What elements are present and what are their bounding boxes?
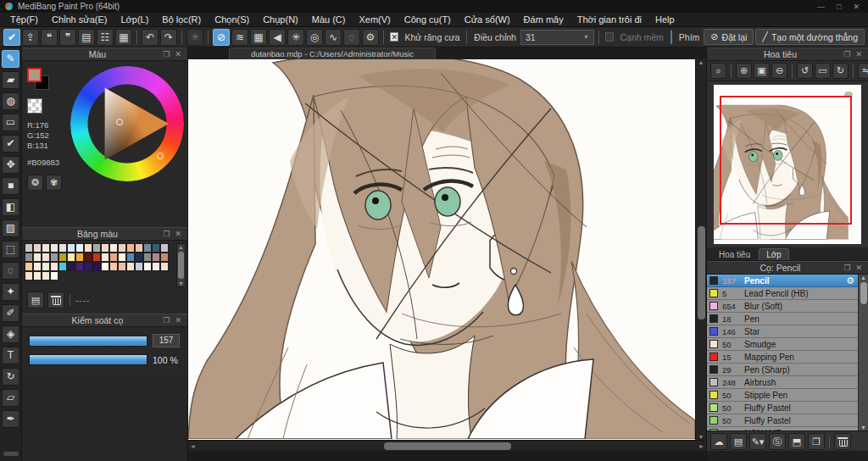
select-pen-tool[interactable]: ✐ — [2, 304, 19, 322]
canvas[interactable] — [188, 59, 695, 440]
brush-list-item[interactable]: 18Pen⚙ — [707, 313, 858, 325]
scroll-up-icon[interactable]: ▲ — [698, 59, 704, 65]
document-icon[interactable]: ▤ — [78, 29, 95, 46]
palette-swatch[interactable] — [42, 271, 50, 280]
palette-swatch[interactable] — [50, 243, 58, 253]
menu-item-3[interactable]: Bộ lọc(R) — [155, 13, 208, 26]
brush-list-item[interactable]: 29Pen (Sharp)⚙ — [707, 364, 858, 376]
palette-swatch[interactable] — [84, 243, 92, 253]
transparent-color-swatch[interactable] — [27, 98, 42, 114]
rotate-view-tool[interactable]: ↻ — [2, 368, 19, 386]
menu-item-12[interactable]: Help — [648, 13, 682, 26]
palette-swatch[interactable] — [109, 262, 118, 271]
correction-dropdown[interactable]: 31 ▼ — [520, 30, 594, 45]
close-icon[interactable]: ✕ — [172, 50, 184, 58]
undo-icon[interactable]: ↶ — [142, 29, 159, 46]
palette-swatch[interactable] — [33, 262, 42, 271]
palette-swatch[interactable] — [58, 253, 67, 262]
popout-icon[interactable]: ❐ — [841, 264, 853, 272]
lasso-select-tool[interactable]: ◌ — [2, 262, 19, 280]
palette-swatch[interactable] — [101, 262, 109, 271]
scrollbar-thumb[interactable] — [178, 252, 184, 279]
soft-edge-checkbox[interactable] — [605, 32, 614, 42]
palette-swatch[interactable] — [25, 271, 33, 280]
snap-vanishing-icon[interactable]: ◀ — [269, 29, 286, 46]
popout-icon[interactable]: ❐ — [841, 50, 853, 58]
scroll-down-icon[interactable]: ▼ — [860, 425, 866, 430]
palette-swatch[interactable] — [25, 243, 33, 253]
canvas-horizontal-scrollbar[interactable]: ◄ ► — [188, 440, 706, 451]
folder-icon[interactable]: ⬒ — [788, 433, 805, 450]
brush-list-item[interactable]: 654Blur (Soft)⚙ — [707, 300, 858, 313]
grid-edit-icon[interactable]: ▦ — [115, 29, 132, 46]
palette-swatch[interactable] — [118, 243, 126, 253]
palette-swatch[interactable] — [143, 243, 152, 253]
palette-swatch[interactable] — [143, 253, 152, 262]
tool-column-scrollbar[interactable] — [3, 452, 19, 456]
palette-swatch[interactable] — [25, 262, 33, 271]
palette-swatch[interactable] — [109, 253, 118, 262]
foreground-color-swatch[interactable] — [27, 68, 42, 82]
select-rect-tool[interactable]: ⬚ — [2, 241, 19, 258]
palette-swatch[interactable] — [75, 243, 84, 253]
palette-swatch[interactable] — [58, 262, 67, 271]
snap-parallel-icon[interactable]: ≋ — [231, 29, 248, 46]
palette-swatch[interactable] — [75, 262, 84, 271]
palette-swatch[interactable] — [135, 243, 143, 253]
snap-concentric-icon[interactable]: ◎ — [306, 29, 323, 46]
palette-swatch[interactable] — [50, 271, 58, 280]
palette-swatch[interactable] — [126, 253, 135, 262]
popout-icon[interactable]: ❐ — [160, 316, 172, 325]
brush-list-item[interactable]: 5Lead Pencil (HB)⚙ — [707, 287, 858, 300]
rotate-cw-icon[interactable]: ↻ — [832, 63, 849, 79]
trash-icon[interactable] — [834, 433, 851, 450]
brush-list-item[interactable]: 248Airbrush⚙ — [707, 376, 858, 389]
scroll-down-icon[interactable]: ▼ — [177, 280, 185, 286]
palette-swatch[interactable] — [67, 253, 75, 262]
palette-swatch[interactable] — [33, 253, 42, 262]
palette-swatch[interactable] — [33, 271, 42, 280]
brush-list-item[interactable]: 15Mapping Pen⚙ — [707, 351, 858, 364]
brush-opacity-slider[interactable] — [29, 354, 147, 365]
palette-swatch[interactable] — [160, 262, 169, 271]
brush-list-item[interactable]: 50Fluffy Pastel⚙ — [707, 414, 858, 427]
script-brush-icon[interactable]: Ⓢ — [769, 433, 786, 450]
menu-item-4[interactable]: Chọn(S) — [208, 13, 256, 26]
palette-swatch[interactable] — [50, 262, 58, 271]
palette-swatch[interactable] — [160, 243, 169, 253]
antialias-checkbox[interactable]: ✕ — [390, 32, 398, 42]
cloud-brush-icon[interactable]: ☁ — [710, 433, 727, 450]
menu-item-0[interactable]: Tệp(F) — [3, 13, 45, 26]
snap-settings-gear-icon[interactable]: ⚙ — [362, 29, 379, 46]
menu-item-6[interactable]: Màu (C) — [305, 13, 353, 26]
brush-list-item[interactable]: 50Stipple Pen⚙ — [707, 389, 858, 402]
snap-grid-icon[interactable]: ▦ — [250, 29, 267, 46]
zoom-out-icon[interactable]: ⊖ — [771, 63, 787, 79]
scroll-right-icon[interactable]: ► — [698, 443, 704, 449]
menu-item-1[interactable]: Chỉnh sửa(E) — [45, 13, 114, 26]
snap-curve-icon[interactable]: ∿ — [325, 29, 342, 46]
comment-panel-icon[interactable]: ❞ — [59, 29, 76, 46]
publish-icon[interactable]: ⇪ — [22, 29, 39, 46]
popout-icon[interactable]: ❐ — [160, 50, 172, 58]
menu-item-9[interactable]: Cửa sổ(W) — [458, 13, 517, 26]
palette-swatch[interactable] — [84, 262, 92, 271]
palette-swatch[interactable] — [152, 243, 160, 253]
palette-swatch[interactable] — [118, 262, 126, 271]
palette-mix-icon[interactable]: ✾ — [46, 175, 62, 191]
rotate-ccw-icon[interactable]: ↺ — [797, 63, 813, 79]
palette-swatch[interactable] — [152, 253, 160, 262]
cloud-save-icon[interactable]: ✔ — [3, 29, 20, 46]
comment-icon[interactable]: ❝ — [41, 29, 58, 46]
palette-swatch[interactable] — [92, 243, 101, 253]
fill-rect-tool[interactable]: ■ — [2, 177, 19, 195]
palette-swatch[interactable] — [33, 243, 42, 253]
brush-list-item[interactable]: 157Pencil⚙ — [707, 275, 858, 287]
menu-item-2[interactable]: Lớp(L) — [114, 13, 155, 26]
menu-item-11[interactable]: Thời gian trôi đi — [570, 13, 648, 26]
menu-item-7[interactable]: Xem(V) — [352, 13, 397, 26]
menu-item-10[interactable]: Đám mây — [517, 13, 570, 26]
palette-swatch[interactable] — [118, 253, 126, 262]
palette-icon[interactable]: ❂ — [27, 175, 43, 191]
brush-size-slider[interactable] — [29, 336, 147, 347]
